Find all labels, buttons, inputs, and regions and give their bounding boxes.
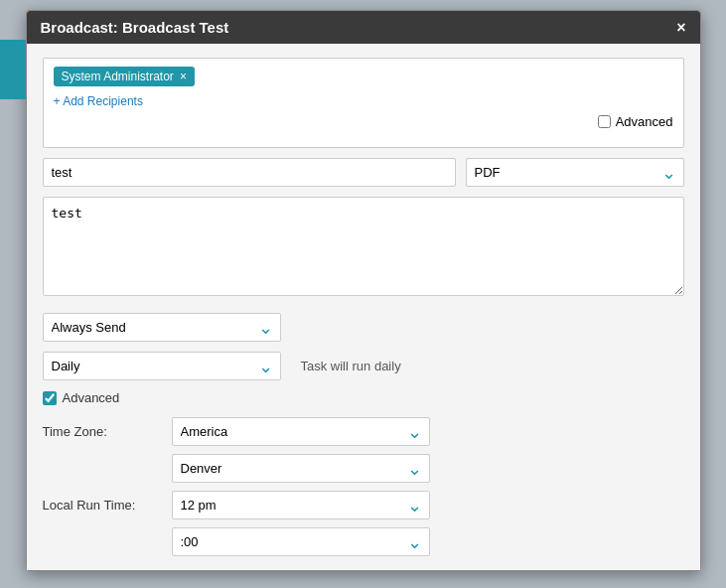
timezone-city-select[interactable]: Denver Chicago New_York Los_Angeles [172, 454, 430, 483]
run-time-hour-row: Local Run Time: 12 am1 am2 am 3 am4 am5 … [43, 491, 684, 519]
run-time-hour-wrapper: 12 am1 am2 am 3 am4 am5 am 6 am7 am8 am … [172, 491, 430, 519]
subject-format-row: PDF HTML Excel CSV ⌄ [43, 158, 684, 187]
modal-header: Broadcast: Broadcast Test × [27, 11, 700, 44]
local-run-time-label: Local Run Time: [43, 498, 162, 513]
task-info-label: Task will run daily [301, 359, 401, 373]
sidebar-strip [0, 40, 26, 99]
recipient-tag: System Administrator × [54, 67, 195, 86]
advanced-options: Time Zone: America Europe Asia Pacific ⌄ [43, 417, 684, 556]
run-time-minute-row: :00 :15 :30 :45 ⌄ [43, 527, 684, 556]
timezone-region-row: Time Zone: America Europe Asia Pacific ⌄ [43, 417, 684, 446]
body-textarea[interactable]: test [43, 197, 684, 296]
advanced-header-label: Advanced [616, 114, 673, 129]
send-condition-row: Always Send Only Send On Change ⌄ [43, 313, 684, 342]
close-button[interactable]: × [676, 20, 685, 36]
modal-title: Broadcast: Broadcast Test [41, 19, 229, 36]
run-time-minute-select[interactable]: :00 :15 :30 :45 [172, 527, 430, 556]
broadcast-modal: Broadcast: Broadcast Test × System Admin… [26, 10, 701, 571]
advanced-toggle-checkbox[interactable] [43, 391, 57, 405]
send-condition-select[interactable]: Always Send Only Send On Change [43, 313, 281, 342]
advanced-toggle-row: Advanced [43, 390, 684, 405]
timezone-region-wrapper: America Europe Asia Pacific ⌄ [172, 417, 430, 446]
frequency-select-wrapper: Daily Weekly Monthly Hourly ⌄ [43, 352, 281, 380]
recipient-tag-close-button[interactable]: × [180, 70, 187, 83]
frequency-select[interactable]: Daily Weekly Monthly Hourly [43, 352, 281, 380]
run-time-hour-select[interactable]: 12 am1 am2 am 3 am4 am5 am 6 am7 am8 am … [172, 491, 430, 519]
send-condition-wrapper: Always Send Only Send On Change ⌄ [43, 313, 281, 342]
add-recipients-link[interactable]: + Add Recipients [54, 94, 143, 108]
subject-input[interactable] [43, 158, 456, 187]
advanced-header-checkbox[interactable] [598, 115, 611, 128]
advanced-section: Advanced Time Zone: America Europe Asia … [43, 390, 684, 556]
format-select[interactable]: PDF HTML Excel CSV [466, 158, 684, 187]
advanced-header-row: Advanced [54, 114, 673, 129]
format-select-wrapper: PDF HTML Excel CSV ⌄ [466, 158, 684, 187]
run-time-minute-wrapper: :00 :15 :30 :45 ⌄ [172, 527, 430, 556]
timezone-city-wrapper: Denver Chicago New_York Los_Angeles ⌄ [172, 454, 430, 483]
timezone-label: Time Zone: [43, 424, 162, 439]
advanced-section-label: Advanced [63, 390, 120, 405]
recipient-tag-label: System Administrator [62, 70, 174, 83]
modal-body: System Administrator × + Add Recipients … [27, 44, 700, 570]
frequency-row: Daily Weekly Monthly Hourly ⌄ Task will … [43, 352, 684, 380]
timezone-city-row: Denver Chicago New_York Los_Angeles ⌄ [43, 454, 684, 483]
recipients-area: System Administrator × + Add Recipients … [43, 58, 684, 148]
timezone-region-select[interactable]: America Europe Asia Pacific [172, 417, 430, 446]
